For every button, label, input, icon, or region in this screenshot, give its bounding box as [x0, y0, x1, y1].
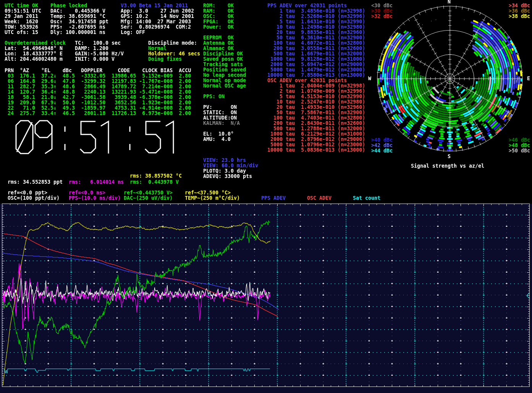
table-row: 1 tau 3.4856e-010 (n=32998) [267, 8, 365, 14]
text-segment: Phase locked [50, 3, 87, 8]
ref-osc: ref=<0.0 ppt> [8, 190, 47, 196]
text-segment: ROM: OK [203, 3, 234, 8]
clock-digit-stroke [45, 125, 52, 154]
text-segment: Almanac OK [203, 45, 234, 51]
table-row: 1000 tau 9.8128e-012 (n=31000) [267, 57, 365, 62]
text-segment: Dly: 100.000001 ns [50, 29, 105, 35]
text-line: FPGA: OK [203, 19, 234, 24]
text-line: Normal OSC age [203, 83, 246, 89]
text-segment: Discipline OK [203, 51, 243, 57]
clock-digit-stroke [80, 121, 95, 153]
table-row: 14 120.7 36.4↑ 48.8 2240.13 13221.93 -5.… [5, 89, 191, 95]
text-segment: 29 Jan 2011 [5, 13, 38, 19]
text-line: Normal [148, 46, 167, 51]
text-line: TC: 100.0 sec [75, 40, 121, 46]
text-segment: FPGA: OK [203, 19, 234, 24]
dbc-legend-item: >36 dBc [509, 8, 530, 14]
text-line: 09:51:51 UTC [5, 8, 41, 14]
table-row: 5 tau 1.6431e-010 (n=32990) [267, 19, 365, 24]
text-line: Antenna OK [203, 40, 234, 46]
table-row: 10000 tau 7.8580e-013 (n=13000) [267, 73, 365, 78]
text-segment: Ser: 0.80296974 COM:2 [121, 24, 191, 30]
text-line: Discipline OK [203, 51, 243, 57]
scale-pps: PPS~(10.0 ns/div) [69, 196, 121, 201]
text-segment: VIEW: 23.0 hrs [203, 157, 246, 163]
table-row: 5000 tau 1.0796e-012 (n=23000) [267, 142, 365, 147]
table-row: 22 71.0 52.5↓ 49.3 -1859.97 4753.31 -4.9… [5, 105, 191, 111]
clock-digit-stroke [101, 121, 108, 154]
text-line: VIEW: 23.0 hrs [203, 158, 246, 163]
text-line: PLOTQ: 3.0 day [203, 168, 246, 174]
text-segment: Doing fixes [148, 56, 182, 62]
text-line: OSC: OK [203, 14, 234, 19]
text-segment: AMU: 4.0 [203, 136, 231, 142]
text-line: Week: 1620 [5, 19, 38, 24]
text-segment: EL: 10.0° [203, 131, 234, 137]
scale-dac: DAC~(250 uV/div) [124, 196, 173, 201]
text-segment: TC: 100.0 sec [75, 40, 121, 46]
text-segment: PPS↑ -2.607695 ns [50, 24, 105, 30]
table-row: 200 tau 3.0558e-011 (n=32600) [267, 46, 365, 51]
table-row: 2000 tau 2.8796e-012 (n=29000) [267, 137, 365, 142]
text-line: V3.00 Beta 15 Jan 2011 [121, 3, 188, 8]
text-line: Mfg: 14:00 27 Mar 2003 [121, 19, 191, 24]
table-row: 18 58.1 21.0↓ 42.7 -3061.58 3939.48 -6.3… [5, 95, 191, 100]
text-line: Log: OFF [121, 30, 145, 35]
text-line: KALMAN: N/A [203, 121, 240, 126]
text-segment: DAMP: 1.200 [75, 45, 108, 51]
text-line: PPS↑ -2.607695 ns [50, 24, 105, 30]
text-line: DAMP: 1.200 [75, 46, 108, 51]
table-header: OSC ADEV over 42031 points [267, 78, 347, 83]
text-segment: PLOTQ: 3.0 day [203, 168, 246, 174]
dbc-legend-item: >42 dBc [371, 143, 393, 148]
text-segment: UTC time OK [5, 3, 38, 8]
text-line: PV: ON [203, 105, 237, 110]
text-segment: App: 3.0 27 Jun 2002 [121, 8, 194, 14]
text-line: Tracking sats [203, 62, 243, 67]
compass-w-label: W [368, 76, 371, 81]
text-line: Phase locked [50, 3, 87, 8]
scale-temp: TEMP~(250 m°C/div) [185, 196, 240, 201]
clock-digit-stroke [35, 121, 52, 137]
text-segment: TOW: 553926 [5, 24, 38, 30]
compass-e-label: E [527, 76, 530, 81]
text-segment: V3.00 Beta 15 Jan 2011 [121, 3, 188, 8]
text-segment: Holdover: 46 secs [148, 51, 200, 57]
text-line: GAIN:-5.000 Hz/V [75, 51, 124, 57]
text-segment: UTC ofs: 15 [5, 29, 38, 35]
text-line: Ser: 0.80296974 COM:2 [121, 24, 191, 30]
rms-pps: rms: 6.014014 ns [69, 180, 124, 185]
text-line: Holdover: 46 secs [148, 51, 200, 57]
ref-pps: ref=<0.0 ns> [69, 190, 105, 196]
legend-osc-adev: OSC ADEV [307, 196, 331, 201]
rms-osc: rms: 34.552853 ppt [8, 180, 63, 185]
table-row: 5000 tau 1.4479e-012 (n=23000) [267, 67, 365, 73]
text-segment: Alt: 204.46002480 m [5, 56, 63, 62]
table-row: 2000 tau 5.6947e-012 (n=29000) [267, 62, 365, 67]
text-line: Alt: 204.46002480 m [5, 57, 63, 62]
text-segment: OSC: OK [203, 13, 234, 19]
table-row: 10000 tau 5.0836e-013 (n=13000) [267, 147, 365, 153]
table-row: 1 tau 2.0404e-009 (n=32998) [267, 83, 365, 89]
text-line: Temp: 38.659691 °C [50, 14, 105, 19]
text-segment: EEPROM OK [203, 35, 234, 40]
text-segment: Normal [148, 45, 167, 51]
text-segment: DAC: 0.445366 V [50, 8, 105, 14]
table-row: 5 tau 4.5153e-010 (n=32990) [267, 94, 365, 99]
dbc-legend-item: >32 dBc [371, 14, 393, 19]
rms-dac: rms: 0.443978 V [130, 180, 179, 185]
clock-digit-stroke [17, 122, 32, 152]
table-row: 100 tau 4.7403e-011 (n=32800) [267, 115, 365, 121]
text-segment: RAM: OK [203, 8, 234, 14]
text-line: Almanac OK [203, 46, 234, 51]
text-line: 29 Jan 2011 [5, 14, 38, 19]
text-segment: PV: ON [203, 104, 237, 110]
text-line: Dly: 100.000001 ns [50, 30, 105, 35]
text-line: Lat: 54.4964948° N [5, 46, 63, 51]
table-row: 03 176.1 37.2↓ 48.5 -3332.05 13986.65 5.… [5, 73, 191, 79]
text-line: STATIC: ON [203, 110, 237, 115]
dbc-legend-item: <30 dBc [371, 3, 393, 8]
text-line: EL: 10.0° [203, 131, 234, 137]
text-segment: Antenna OK [203, 40, 234, 46]
text-segment: Lat: 54.4964948° N [5, 45, 63, 51]
